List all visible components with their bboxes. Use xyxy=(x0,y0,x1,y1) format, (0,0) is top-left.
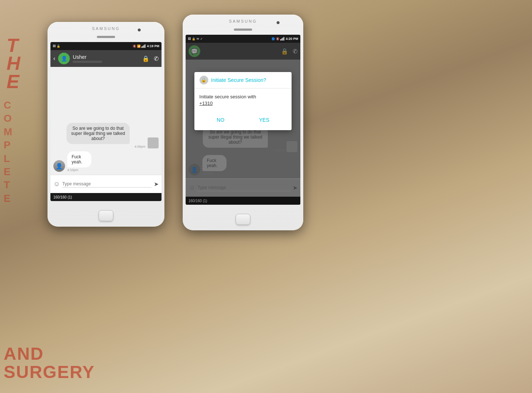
left-back-icon[interactable]: ‹ xyxy=(53,55,55,62)
dialog-title-bar: 🔒 Initiate Secure Session? xyxy=(194,72,292,88)
dialog-yes-button[interactable]: Yes xyxy=(252,115,277,125)
left-speaker xyxy=(97,36,115,38)
left-contact-number xyxy=(73,61,102,63)
left-emoji-btn[interactable]: ☺ xyxy=(53,180,60,188)
left-camera xyxy=(138,29,141,31)
right-brand: SAMSUNG xyxy=(229,19,257,23)
left-send-btn[interactable]: ➤ xyxy=(154,181,159,188)
left-avatar-received xyxy=(148,137,159,148)
left-lock-icon[interactable]: 🔒 xyxy=(142,55,149,62)
right-time: 4:20 PM xyxy=(286,37,298,41)
left-contact-name: Usher xyxy=(73,54,139,60)
left-msg-time-2: 4:10pm xyxy=(67,168,98,172)
left-msg-received: So are we going to do that super illegal… xyxy=(53,123,159,148)
left-contact-avatar: 👤 xyxy=(58,53,70,64)
dialog-title-text: Initiate Secure Session? xyxy=(211,77,266,83)
left-call-icon[interactable]: ✆ xyxy=(154,55,159,62)
left-app-header: ‹ 👤 Usher 🔒 ✆ xyxy=(50,50,162,67)
phone-left: SAMSUNG 🖼 🔓 🔇 📶 xyxy=(48,22,164,227)
right-camera xyxy=(277,21,280,24)
dialog-body: Initiate secure session with +1310 xyxy=(194,88,292,112)
dialog-no-button[interactable]: No xyxy=(209,115,232,125)
left-chat-area: So are we going to do that super illegal… xyxy=(50,67,162,175)
right-status-right: 🔵 🔇 4:20 PM xyxy=(271,37,298,41)
right-home-button[interactable] xyxy=(236,214,250,225)
left-status-right: 🔇 📶 4:19 PM xyxy=(133,44,159,48)
left-time: 4:19 PM xyxy=(147,44,159,48)
left-screen: 🖼 🔓 🔇 📶 4:19 PM xyxy=(50,42,162,201)
left-bubble-received: So are we going to do that super illegal… xyxy=(66,123,130,144)
dialog-body-text: Initiate secure session with xyxy=(200,94,256,99)
phone-right: SAMSUNG 🖼 🔒 ✉ ✓ 🔵 🔇 xyxy=(183,15,303,230)
right-status-icons: 🖼 🔒 ✉ ✓ xyxy=(188,37,203,41)
right-speaker xyxy=(234,29,252,31)
left-msg-sent: 👤 Fuck yeah. 4:10pm xyxy=(53,151,159,172)
left-status-bar: 🖼 🔓 🔇 📶 4:19 PM xyxy=(50,42,162,50)
secure-session-dialog: 🔒 Initiate Secure Session? Initiate secu… xyxy=(194,72,292,130)
left-input-area: ☺ ➤ xyxy=(50,175,162,193)
left-avatar-sent: 👤 xyxy=(53,160,65,172)
right-status-bar: 🖼 🔒 ✉ ✓ 🔵 🔇 4:20 xyxy=(186,35,300,43)
right-screen: 🖼 🔒 ✉ ✓ 🔵 🔇 4:20 xyxy=(186,35,300,205)
left-status-icons: 🖼 🔓 xyxy=(53,45,60,48)
dialog-overlay: 🔒 Initiate Secure Session? Initiate secu… xyxy=(186,43,300,205)
left-brand: SAMSUNG xyxy=(92,26,120,31)
left-header-icons: 🔒 ✆ xyxy=(142,55,159,62)
left-home-button[interactable] xyxy=(99,210,113,221)
left-msg-time-1: 4:06pm xyxy=(66,145,145,148)
dialog-actions: No Yes xyxy=(194,112,292,130)
left-bubble-sent: Fuck yeah. xyxy=(67,151,91,167)
left-char-count: 160/160 (1) xyxy=(50,193,162,201)
left-message-input[interactable] xyxy=(62,181,152,188)
dialog-lock-icon: 🔒 xyxy=(200,76,208,84)
